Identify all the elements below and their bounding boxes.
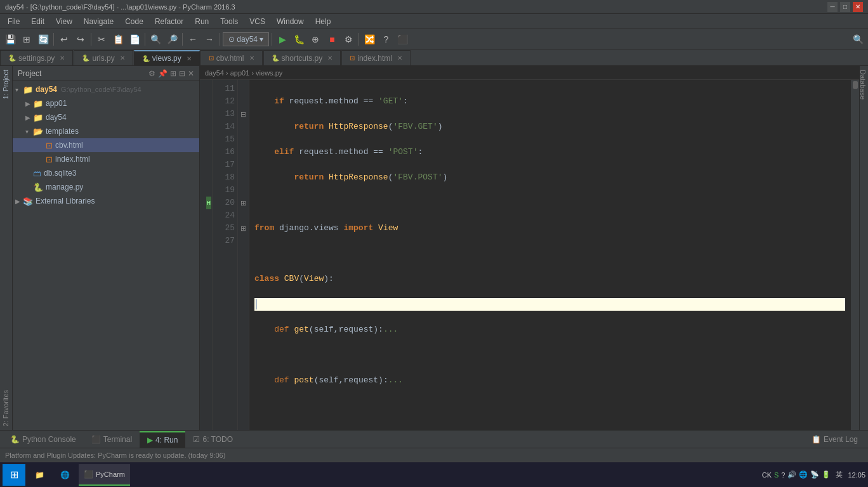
taskbar-file-explorer[interactable]: 📁 xyxy=(28,464,51,486)
toolbar-undo[interactable]: ↩ xyxy=(56,32,72,47)
toolbar-paste[interactable]: 📄 xyxy=(127,32,142,47)
toolbar-sync[interactable]: 🔄 xyxy=(36,32,51,47)
tab-urls-py-close[interactable]: ✕ xyxy=(120,55,125,62)
toolbar-save-all[interactable]: ⊞ xyxy=(19,32,34,47)
toolbar-cut[interactable]: ✂ xyxy=(94,32,109,47)
bottom-tab-event-log[interactable]: 📋 Event Log xyxy=(804,431,865,448)
code-line-27 xyxy=(254,399,845,412)
menu-view[interactable]: View xyxy=(51,15,77,29)
toolbar-debug[interactable]: 🐛 xyxy=(291,32,306,47)
favorites-panel-label[interactable]: 2: Favorites xyxy=(0,386,12,430)
taskbar-pycharm[interactable]: ⬛ PyCharm xyxy=(79,464,130,486)
tree-item-templates[interactable]: ▾ 📂 templates xyxy=(13,124,199,138)
tab-index-html[interactable]: ⊡ index.html ✕ xyxy=(341,50,411,65)
tree-item-cbv-html[interactable]: ⊡ cbv.html xyxy=(13,138,199,152)
bottom-tab-todo[interactable]: ☑ 6: TODO xyxy=(185,431,240,448)
fold-25[interactable]: ⊞ xyxy=(238,222,249,235)
toolbar-copy[interactable]: 📋 xyxy=(110,32,126,47)
event-log-label: Event Log xyxy=(824,435,858,444)
panel-ctrl-close[interactable]: ✕ xyxy=(188,69,194,78)
tree-item-db-sqlite3[interactable]: 🗃 db.sqlite3 xyxy=(13,166,199,180)
toolbar-forward[interactable]: → xyxy=(202,32,217,47)
toolbar-run[interactable]: ▶ xyxy=(275,32,290,47)
toolbar-run-with-coverage[interactable]: ⊕ xyxy=(308,32,323,47)
toolbar-save[interactable]: 💾 xyxy=(3,32,18,47)
panel-ctrl-pin[interactable]: 📌 xyxy=(158,69,168,78)
right-scrollbar-rail[interactable] xyxy=(850,80,859,430)
toolbar-breadcrumb[interactable]: ⊙ day54 ▾ xyxy=(223,32,269,46)
minimize-button[interactable]: ─ xyxy=(827,2,838,12)
tab-index-html-close[interactable]: ✕ xyxy=(397,55,402,62)
code-line-16: from django.views import View xyxy=(254,222,845,235)
tree-label-day54-sub: day54 xyxy=(46,113,67,122)
toolbar-sep-2 xyxy=(91,33,91,46)
systray-help: ? xyxy=(781,471,785,479)
code-line-15 xyxy=(254,197,845,209)
toolbar-search-everywhere[interactable]: 🔍 xyxy=(850,32,865,47)
menu-code[interactable]: Code xyxy=(120,15,148,29)
toolbar-stop[interactable]: ■ xyxy=(324,32,339,47)
fold-27 xyxy=(238,235,249,247)
toolbar-terminal[interactable]: ⬛ xyxy=(395,32,410,47)
panel-ctrl-expand[interactable]: ⊞ xyxy=(170,69,176,78)
tree-label-index-html: index.html xyxy=(55,155,90,164)
tab-urls-py[interactable]: 🐍 urls.py ✕ xyxy=(74,50,133,65)
tab-shortcuts-py-close[interactable]: ✕ xyxy=(327,55,332,62)
menu-refactor[interactable]: Refactor xyxy=(150,15,188,29)
menu-run[interactable]: Run xyxy=(190,15,214,29)
tab-views-py-close[interactable]: ✕ xyxy=(187,55,192,62)
tree-item-index-html[interactable]: ⊡ index.html xyxy=(13,152,199,166)
menu-navigate[interactable]: Navigate xyxy=(79,15,119,29)
menu-help[interactable]: Help xyxy=(310,15,336,29)
scroll-thumb[interactable] xyxy=(853,81,858,89)
panel-ctrl-gear[interactable]: ⚙ xyxy=(148,69,155,78)
code-editor[interactable]: if request.method == 'GET': return HttpR… xyxy=(249,80,850,430)
tab-settings-py-close[interactable]: ✕ xyxy=(60,55,65,62)
close-button[interactable]: ✕ xyxy=(853,2,863,12)
toolbar-find[interactable]: 🔍 xyxy=(148,32,163,47)
bottom-tab-run[interactable]: ▶ 4: Run xyxy=(140,431,185,448)
toolbar-help[interactable]: ? xyxy=(378,32,393,47)
taskbar-chrome[interactable]: 🌐 xyxy=(53,464,76,486)
project-panel-label[interactable]: 1: Project xyxy=(0,66,12,103)
toolbar-sep-7 xyxy=(358,33,359,46)
tree-item-day54-root[interactable]: ▾ 📁 day54 G:\python_code\F3\day54 xyxy=(13,82,199,96)
tree-item-app01[interactable]: ▶ 📁 app01 xyxy=(13,96,199,110)
menu-vcs[interactable]: VCS xyxy=(244,15,270,29)
fold-15 xyxy=(238,133,249,146)
tree-icon-db-sqlite3: 🗃 xyxy=(33,169,41,178)
fold-20[interactable]: ⊞ xyxy=(238,197,249,209)
database-panel-label[interactable]: Database xyxy=(860,66,868,103)
menu-tools[interactable]: Tools xyxy=(215,15,243,29)
gutter-16 xyxy=(200,146,212,159)
tree-item-ext-lib[interactable]: ▶ 📚 External Libraries xyxy=(13,194,199,208)
tree-item-day54-sub[interactable]: ▶ 📁 day54 xyxy=(13,110,199,124)
start-button[interactable]: ⊞ xyxy=(3,464,25,486)
editor-breadcrumb: day54 › app01 › views.py xyxy=(200,66,859,80)
tab-settings-py[interactable]: 🐍 settings.py ✕ xyxy=(0,50,73,65)
tree-item-manage-py[interactable]: 🐍 manage.py xyxy=(13,180,199,194)
clock-display: 12:05 xyxy=(848,471,865,479)
tree-label-ext-lib: External Libraries xyxy=(36,197,95,205)
panel-ctrl-collapse[interactable]: ⊟ xyxy=(179,69,185,78)
fold-24 xyxy=(238,209,249,222)
toolbar-redo[interactable]: ↪ xyxy=(73,32,88,47)
tree-arrow-day54-sub: ▶ xyxy=(25,114,33,121)
toolbar-build[interactable]: ⚙ xyxy=(341,32,356,47)
maximize-button[interactable]: □ xyxy=(840,2,850,12)
tab-views-py[interactable]: 🐍 views.py ✕ xyxy=(134,50,200,65)
tab-shortcuts-py[interactable]: 🐍 shortcuts.py ✕ xyxy=(263,50,341,65)
toolbar-back[interactable]: ← xyxy=(185,32,201,47)
menu-edit[interactable]: Edit xyxy=(26,15,49,29)
tab-cbv-html-close[interactable]: ✕ xyxy=(249,55,254,62)
bottom-tab-terminal[interactable]: ⬛ Terminal xyxy=(84,431,140,448)
tab-cbv-html[interactable]: ⊡ cbv.html ✕ xyxy=(201,50,263,65)
tree-arrow-day54-root: ▾ xyxy=(15,86,23,93)
bottom-tab-python-console[interactable]: 🐍 Python Console xyxy=(3,431,84,448)
toolbar-vcs[interactable]: 🔀 xyxy=(362,32,377,47)
menu-window[interactable]: Window xyxy=(272,15,309,29)
toolbar-replace[interactable]: 🔎 xyxy=(164,32,180,47)
ime-indicator[interactable]: 英 xyxy=(836,470,843,479)
menu-file[interactable]: File xyxy=(3,15,25,29)
main-area: 1: Project 2: Favorites Project ⚙ 📌 ⊞ ⊟ … xyxy=(0,66,868,430)
